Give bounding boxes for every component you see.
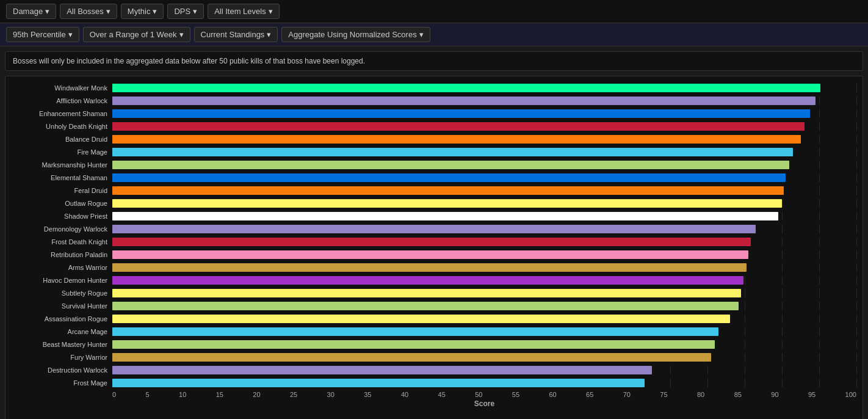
second-bar: 95th Percentile ▾Over a Range of 1 Week … <box>0 23 868 46</box>
top-bar: Damage ▾All Bosses ▾Mythic ▾DPS ▾All Ite… <box>0 0 868 23</box>
chart-row: Enhancement Shaman <box>12 108 856 119</box>
class-bar[interactable] <box>112 148 793 156</box>
topbar-btn-item-levels[interactable]: All Item Levels ▾ <box>208 4 280 19</box>
axis-tick-label: 35 <box>364 391 371 398</box>
axis-tick-label: 25 <box>290 391 297 398</box>
class-label: Elemental Shaman <box>12 174 112 181</box>
axis-tick-label: 80 <box>697 391 704 398</box>
chart-row: Destruction Warlock <box>12 365 856 376</box>
bar-area <box>112 225 856 233</box>
topbar-btn-mythic[interactable]: Mythic ▾ <box>121 4 164 19</box>
chart-row: Balance Druid <box>12 134 856 145</box>
chevron-down-icon: ▾ <box>106 7 110 16</box>
chevron-down-icon: ▾ <box>45 7 49 16</box>
bar-area <box>112 353 856 362</box>
class-bar[interactable] <box>112 225 756 233</box>
topbar-btn-dps[interactable]: DPS ▾ <box>167 4 204 19</box>
bar-area <box>112 212 856 220</box>
class-label: Destruction Warlock <box>12 366 112 374</box>
chevron-down-icon: ▾ <box>267 30 271 39</box>
class-label: Frost Mage <box>12 379 112 387</box>
chevron-down-icon: ▾ <box>179 30 184 39</box>
bar-area <box>112 161 856 169</box>
class-bar[interactable] <box>112 263 747 272</box>
class-label: Balance Druid <box>12 136 112 143</box>
class-bar[interactable] <box>112 135 801 144</box>
bar-area <box>112 366 856 374</box>
class-label: Affliction Warlock <box>12 97 112 104</box>
chart-row: Subtlety Rogue <box>12 288 856 299</box>
chart-row: Windwalker Monk <box>12 82 856 93</box>
class-bar[interactable] <box>112 353 711 362</box>
axis-tick-label: 10 <box>179 391 186 398</box>
class-label: Fury Warrior <box>12 354 112 361</box>
bar-area <box>112 173 856 182</box>
class-bar[interactable] <box>112 122 805 131</box>
axis-tick-label: 0 <box>112 391 116 398</box>
chart-row: Elemental Shaman <box>12 172 856 183</box>
axis-tick-label: 30 <box>327 391 335 398</box>
class-bar[interactable] <box>112 109 810 118</box>
class-bar[interactable] <box>112 250 748 259</box>
class-bar[interactable] <box>112 186 784 195</box>
axis-tick-label: 55 <box>512 391 519 398</box>
bar-area <box>112 135 856 144</box>
bar-area <box>112 315 856 323</box>
class-label: Feral Druid <box>12 187 112 194</box>
class-bar[interactable] <box>112 340 715 349</box>
topbar-btn-damage[interactable]: Damage ▾ <box>6 4 56 19</box>
class-bar[interactable] <box>112 315 730 323</box>
class-bar[interactable] <box>112 238 751 246</box>
chart-row: Havoc Demon Hunter <box>12 275 856 286</box>
bar-area <box>112 340 856 349</box>
class-bar[interactable] <box>112 199 782 208</box>
chart-row: Frost Mage <box>12 377 856 388</box>
axis-tick-label: 40 <box>401 391 408 398</box>
class-bar[interactable] <box>112 327 718 336</box>
chart-row: Outlaw Rogue <box>12 198 856 209</box>
chevron-down-icon: ▾ <box>193 7 197 16</box>
secondbar-btn-range[interactable]: Over a Range of 1 Week ▾ <box>83 27 190 42</box>
class-label: Windwalker Monk <box>12 84 112 92</box>
axis-tick-label: 85 <box>734 391 742 398</box>
class-bar[interactable] <box>112 302 739 310</box>
bar-area <box>112 109 856 118</box>
class-bar[interactable] <box>112 289 741 297</box>
bar-area <box>112 289 856 297</box>
chevron-down-icon: ▾ <box>153 7 157 16</box>
chart-row: Arcane Mage <box>12 326 856 337</box>
class-bar[interactable] <box>112 366 652 374</box>
axis-tick-label: 20 <box>253 391 260 398</box>
class-label: Arms Warrior <box>12 264 112 271</box>
x-axis: 0510152025303540455055606570758085909510… <box>112 391 856 398</box>
axis-tick-label: 65 <box>586 391 593 398</box>
chart-row: Affliction Warlock <box>12 95 856 106</box>
bar-area <box>112 84 856 92</box>
chart-row: Frost Death Knight <box>12 236 856 247</box>
class-bar[interactable] <box>112 212 778 220</box>
class-label: Outlaw Rogue <box>12 200 112 207</box>
secondbar-btn-aggregate[interactable]: Aggregate Using Normalized Scores ▾ <box>281 27 430 42</box>
class-label: Marksmanship Hunter <box>12 161 112 169</box>
axis-tick-label: 70 <box>623 391 631 398</box>
axis-tick-label: 75 <box>660 391 667 398</box>
class-label: Frost Death Knight <box>12 238 112 246</box>
topbar-btn-all-bosses[interactable]: All Bosses ▾ <box>60 4 117 19</box>
class-bar[interactable] <box>112 173 786 182</box>
chart-row: Fire Mage <box>12 147 856 158</box>
secondbar-btn-standings[interactable]: Current Standings ▾ <box>194 27 278 42</box>
chevron-down-icon: ▾ <box>68 30 73 39</box>
axis-title: Score <box>112 399 856 408</box>
class-bar[interactable] <box>112 379 645 387</box>
chevron-down-icon: ▾ <box>269 7 273 16</box>
class-bar[interactable] <box>112 97 816 105</box>
chevron-down-icon: ▾ <box>419 30 424 39</box>
axis-tick-label: 90 <box>771 391 778 398</box>
axis-tick-label: 50 <box>475 391 482 398</box>
secondbar-btn-percentile[interactable]: 95th Percentile ▾ <box>6 27 79 42</box>
class-bar[interactable] <box>112 161 789 169</box>
class-label: Unholy Death Knight <box>12 123 112 130</box>
class-bar[interactable] <box>112 84 820 92</box>
class-bar[interactable] <box>112 276 743 285</box>
chart-row: Fury Warrior <box>12 352 856 363</box>
